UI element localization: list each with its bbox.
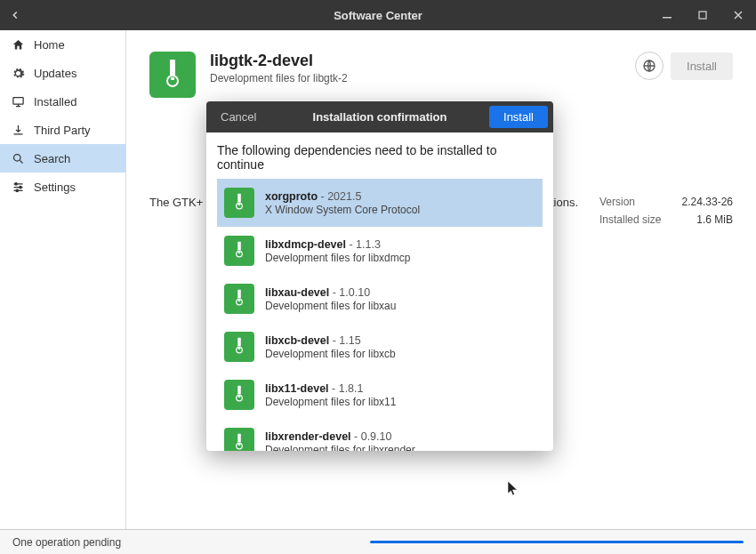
sidebar-item-home[interactable]: Home (0, 30, 125, 59)
dialog-message: The following dependencies need to be in… (217, 143, 543, 172)
dependency-version: - 1.15 (329, 334, 360, 347)
svg-rect-7 (170, 60, 175, 76)
svg-rect-14 (237, 242, 241, 251)
svg-point-6 (16, 189, 19, 192)
package-icon (149, 52, 196, 98)
download-icon (11, 123, 25, 137)
svg-rect-20 (237, 338, 241, 347)
package-icon (224, 236, 254, 266)
package-name: libgtk-2-devel (210, 52, 348, 70)
svg-point-8 (167, 76, 178, 86)
package-header: libgtk-2-devel Development files for lib… (149, 52, 733, 98)
dialog-title: Installation confirmation (313, 110, 447, 124)
dependency-text: libxcb-devel - 1.15 Development files fo… (265, 334, 396, 360)
package-icon (224, 332, 254, 362)
status-text: One operation pending (12, 536, 121, 549)
window-controls (649, 0, 756, 30)
dependency-desc: Development files for libxcb (265, 348, 396, 360)
dialog-install-button[interactable]: Install (489, 106, 548, 128)
progress-fill (370, 541, 744, 543)
dependency-version: - 0.9.10 (351, 430, 392, 443)
minimize-button[interactable] (649, 0, 685, 30)
dependency-item[interactable]: libxcb-devel - 1.15 Development files fo… (217, 323, 543, 371)
dependency-name: xorgproto (265, 190, 318, 203)
search-icon (11, 151, 25, 165)
close-button[interactable] (720, 0, 756, 30)
dependency-desc: Development files for libx11 (265, 396, 396, 408)
svg-point-5 (19, 186, 21, 189)
dependency-item[interactable]: libx11-devel - 1.8.1 Development files f… (217, 371, 543, 419)
dependency-version: - 2021.5 (318, 190, 361, 203)
svg-point-4 (14, 182, 17, 185)
svg-rect-13 (238, 204, 240, 205)
dependency-item[interactable]: libxrender-devel - 0.9.10 Development fi… (217, 419, 543, 451)
dependency-name: libxrender-devel (265, 430, 351, 443)
svg-rect-23 (237, 386, 241, 395)
install-confirmation-dialog: Cancel Installation confirmation Install… (206, 101, 553, 451)
install-button[interactable]: Install (671, 52, 733, 80)
meta-size-label: Installed size (599, 213, 661, 226)
sidebar-item-label: Settings (34, 181, 76, 194)
home-icon (11, 37, 25, 52)
dependency-list: xorgproto - 2021.5 X Window System Core … (217, 179, 543, 451)
dependency-item[interactable]: libxau-devel - 1.0.10 Development files … (217, 275, 543, 323)
dependency-text: libx11-devel - 1.8.1 Development files f… (265, 382, 396, 408)
sidebar-item-label: Updates (34, 67, 76, 80)
package-subtitle: Development files for libgtk-2 (210, 72, 348, 84)
package-icon (224, 428, 254, 451)
svg-rect-2 (12, 97, 22, 104)
package-meta: Version 2.24.33-26 Installed size 1.6 Mi… (599, 196, 733, 231)
dependency-text: libxdmcp-devel - 1.1.3 Development files… (265, 238, 410, 264)
package-icon (224, 284, 254, 314)
dependency-item[interactable]: xorgproto - 2021.5 X Window System Core … (217, 179, 543, 227)
meta-version-value: 2.24.33-26 (682, 196, 733, 208)
sidebar-item-label: Home (34, 38, 65, 52)
svg-rect-28 (238, 444, 240, 446)
sidebar-item-settings[interactable]: Settings (0, 173, 125, 201)
dependency-item[interactable]: libxdmcp-devel - 1.1.3 Development files… (217, 227, 543, 275)
sidebar: Home Updates Installed Third Party Searc… (0, 30, 126, 529)
sidebar-item-thirdparty[interactable]: Third Party (0, 116, 125, 144)
website-button[interactable] (635, 52, 664, 80)
sidebar-item-label: Installed (34, 95, 76, 108)
sliders-icon (11, 180, 25, 194)
package-icon (224, 188, 254, 218)
maximize-button[interactable] (685, 0, 720, 30)
sidebar-item-updates[interactable]: Updates (0, 59, 125, 87)
sidebar-item-installed[interactable]: Installed (0, 87, 125, 116)
meta-version-label: Version (599, 196, 635, 208)
dialog-header: Cancel Installation confirmation Install (206, 101, 553, 132)
dependency-text: libxrender-devel - 0.9.10 Development fi… (265, 430, 415, 452)
dependency-version: - 1.0.10 (329, 286, 370, 299)
dependency-desc: Development files for libxdmcp (265, 252, 410, 264)
svg-rect-0 (663, 17, 672, 19)
sidebar-item-search[interactable]: Search (0, 144, 125, 173)
svg-rect-22 (238, 348, 240, 349)
dependency-text: libxau-devel - 1.0.10 Development files … (265, 286, 396, 312)
dependency-version: - 1.1.3 (346, 238, 381, 251)
gear-icon (11, 66, 25, 80)
svg-point-3 (13, 154, 20, 161)
package-icon (224, 380, 254, 410)
window-title: Software Center (334, 9, 422, 22)
dependency-text: xorgproto - 2021.5 X Window System Core … (265, 190, 420, 216)
status-bar: One operation pending (0, 529, 756, 554)
dependency-name: libxau-devel (265, 286, 329, 299)
dependency-version: - 1.8.1 (329, 382, 364, 395)
package-info: libgtk-2-devel Development files for lib… (210, 52, 348, 84)
svg-rect-9 (171, 77, 174, 80)
svg-rect-25 (238, 396, 240, 397)
svg-rect-17 (237, 290, 241, 299)
dependency-desc: Development files for libxau (265, 300, 396, 312)
titlebar: Software Center (0, 0, 756, 30)
dependency-desc: Development files for libxrender (265, 444, 415, 452)
dialog-cancel-button[interactable]: Cancel (206, 110, 270, 124)
dependency-desc: X Window System Core Protocol (265, 204, 420, 216)
svg-rect-11 (237, 194, 241, 203)
svg-rect-19 (238, 300, 240, 301)
dependency-name: libxcb-devel (265, 334, 329, 347)
back-button[interactable] (0, 0, 30, 30)
dependency-name: libx11-devel (265, 382, 329, 395)
progress-bar (370, 541, 744, 543)
sidebar-item-label: Search (34, 152, 70, 165)
